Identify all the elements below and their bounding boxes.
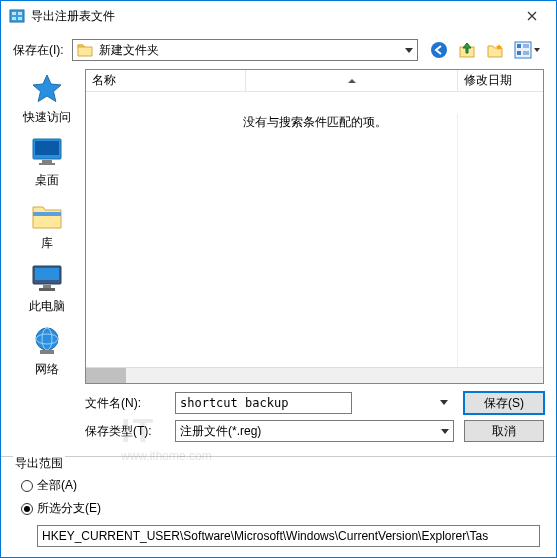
column-sorted[interactable] <box>246 70 458 91</box>
svg-rect-15 <box>35 141 59 155</box>
place-label: 网络 <box>35 361 59 378</box>
filename-label: 文件名(N): <box>85 395 165 412</box>
svg-rect-3 <box>12 17 16 20</box>
place-label: 桌面 <box>35 172 59 189</box>
place-label: 此电脑 <box>29 298 65 315</box>
radio-icon <box>21 480 33 492</box>
cancel-button[interactable]: 取消 <box>464 420 544 442</box>
location-text: 新建文件夹 <box>99 42 159 59</box>
chevron-down-icon <box>440 400 448 405</box>
branch-path-input[interactable] <box>37 525 540 547</box>
save-in-label: 保存在(I): <box>13 42 64 59</box>
svg-rect-16 <box>42 160 52 163</box>
place-label: 库 <box>41 235 53 252</box>
listview-body: 没有与搜索条件匹配的项。 <box>86 92 543 383</box>
export-range-title: 导出范围 <box>13 455 65 472</box>
view-icon <box>514 41 532 59</box>
right-column: 名称 修改日期 没有与搜索条件匹配的项。 文件名(N): <box>85 69 544 442</box>
column-name[interactable]: 名称 <box>86 70 246 91</box>
column-divider <box>457 114 458 367</box>
filetype-row: 保存类型(T): 注册文件(*.reg) 取消 <box>85 420 544 442</box>
place-libraries[interactable]: 库 <box>13 199 81 252</box>
filename-input[interactable] <box>175 392 352 414</box>
export-range-group: 导出范围 全部(A) 所选分支(E) <box>1 456 556 557</box>
chevron-down-icon <box>441 429 449 434</box>
listview-header: 名称 修改日期 <box>86 70 543 92</box>
svg-rect-26 <box>40 350 54 354</box>
window-title: 导出注册表文件 <box>31 8 510 25</box>
up-one-level-icon[interactable] <box>458 41 476 59</box>
svg-point-5 <box>431 42 447 58</box>
file-listview[interactable]: 名称 修改日期 没有与搜索条件匹配的项。 <box>85 69 544 384</box>
save-button[interactable]: 保存(S) <box>464 392 544 414</box>
view-menu-button[interactable] <box>514 41 540 59</box>
thispc-icon <box>30 262 64 294</box>
radio-branch-label: 所选分支(E) <box>37 500 101 517</box>
folder-icon <box>77 43 93 57</box>
radio-checked-icon <box>21 503 33 515</box>
titlebar: 导出注册表文件 <box>1 1 556 31</box>
radio-branch[interactable]: 所选分支(E) <box>21 500 544 517</box>
svg-rect-2 <box>18 12 22 15</box>
close-button[interactable] <box>510 2 554 30</box>
location-row: 保存在(I): 新建文件夹 <box>13 39 544 61</box>
network-icon <box>30 325 64 357</box>
quickaccess-icon <box>30 73 64 105</box>
places-bar: 快速访问 桌面 库 此电脑 网络 <box>13 69 81 442</box>
new-folder-icon[interactable] <box>486 41 504 59</box>
filename-row: 文件名(N): 保存(S) <box>85 392 544 414</box>
svg-rect-0 <box>10 10 24 22</box>
empty-message: 没有与搜索条件匹配的项。 <box>243 114 387 131</box>
radio-all[interactable]: 全部(A) <box>21 477 544 494</box>
column-date[interactable]: 修改日期 <box>458 70 543 91</box>
dialog-body: 保存在(I): 新建文件夹 快速访问 <box>1 31 556 452</box>
svg-rect-4 <box>18 17 22 20</box>
horizontal-scrollbar[interactable] <box>86 367 543 383</box>
close-icon <box>527 11 537 21</box>
registry-icon <box>9 8 25 24</box>
place-label: 快速访问 <box>23 109 71 126</box>
location-combo[interactable]: 新建文件夹 <box>72 39 418 61</box>
toolbar-icons <box>426 41 544 59</box>
place-desktop[interactable]: 桌面 <box>13 136 81 189</box>
svg-rect-18 <box>33 212 61 216</box>
main-row: 快速访问 桌面 库 此电脑 网络 <box>13 69 544 442</box>
svg-rect-17 <box>39 163 55 165</box>
svg-rect-20 <box>35 268 59 280</box>
chevron-down-icon <box>405 48 413 53</box>
filetype-select[interactable]: 注册文件(*.reg) <box>175 420 454 442</box>
radio-all-label: 全部(A) <box>37 477 77 494</box>
form-rows: 文件名(N): 保存(S) 保存类型(T): 注册文件(*.reg) <box>85 392 544 442</box>
svg-rect-8 <box>517 44 521 48</box>
filetype-label: 保存类型(T): <box>85 423 165 440</box>
svg-rect-22 <box>39 288 55 291</box>
sort-asc-icon <box>348 79 356 83</box>
desktop-icon <box>30 136 64 168</box>
svg-rect-21 <box>43 285 51 288</box>
libraries-icon <box>30 199 64 231</box>
svg-rect-1 <box>12 12 16 15</box>
scrollbar-thumb[interactable] <box>86 368 126 383</box>
place-quickaccess[interactable]: 快速访问 <box>13 73 81 126</box>
place-thispc[interactable]: 此电脑 <box>13 262 81 315</box>
dialog-window: 导出注册表文件 保存在(I): 新建文件夹 <box>0 0 557 558</box>
chevron-down-icon <box>534 48 540 52</box>
back-icon[interactable] <box>430 41 448 59</box>
svg-rect-9 <box>517 51 521 55</box>
place-network[interactable]: 网络 <box>13 325 81 378</box>
svg-point-23 <box>36 328 58 350</box>
